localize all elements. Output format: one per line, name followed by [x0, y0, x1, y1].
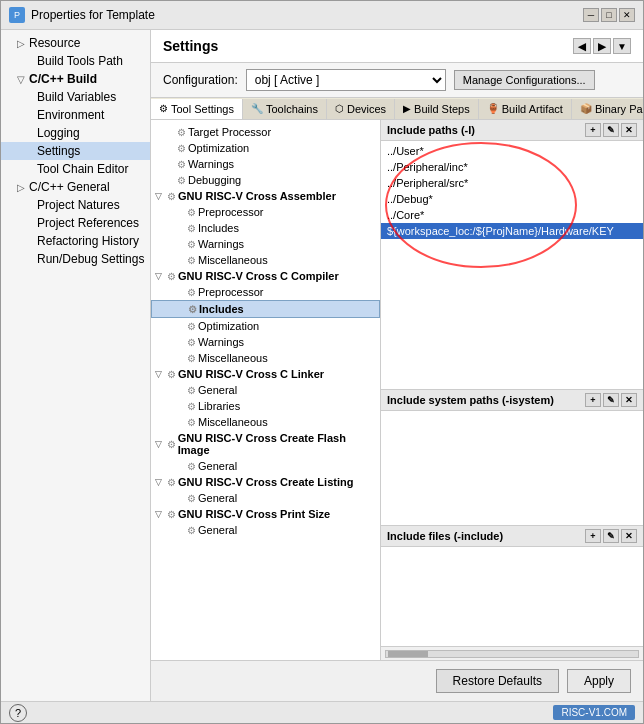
list-item[interactable]: ../Peripheral/inc* — [381, 159, 643, 175]
sidebar-item-build-vars[interactable]: Build Variables — [1, 88, 150, 106]
include-paths-section: Include paths (-I) + ✎ ✕ ../User* ../Per… — [381, 120, 643, 390]
tree-label-asm-misc: Miscellaneous — [198, 254, 268, 266]
tree-label-asm-warnings: Warnings — [198, 238, 244, 250]
nav-down-btn[interactable]: ▼ — [613, 38, 631, 54]
gear-icon: ⚙ — [187, 223, 196, 234]
sidebar-item-logging[interactable]: Logging — [1, 124, 150, 142]
list-item[interactable]: ../Peripheral/src* — [381, 175, 643, 191]
title-bar-left: P Properties for Template — [9, 7, 155, 23]
sidebar-item-settings[interactable]: Settings — [1, 142, 150, 160]
list-item[interactable]: ../User* — [381, 143, 643, 159]
tree-label-c-misc: Miscellaneous — [198, 352, 268, 364]
tree-item-asm-preprocessor[interactable]: ⚙ Preprocessor — [151, 204, 380, 220]
window-title: Properties for Template — [31, 8, 155, 22]
tab-binary-pa[interactable]: 📦 Binary Pa — [572, 99, 643, 119]
tree-item-target-processor[interactable]: ⚙ Target Processor — [151, 124, 380, 140]
gear-icon: ⚙ — [187, 417, 196, 428]
nav-fwd-btn[interactable]: ▶ — [593, 38, 611, 54]
bottom-scrollbar[interactable] — [381, 646, 643, 660]
tab-tool-settings[interactable]: ⚙ Tool Settings — [151, 99, 243, 120]
apply-btn[interactable]: Apply — [567, 669, 631, 693]
sidebar-item-project-refs[interactable]: Project References — [1, 214, 150, 232]
files-add-btn[interactable]: + — [585, 529, 601, 543]
tree-item-gnu-risc-c-compiler[interactable]: ▽ ⚙ GNU RISC-V Cross C Compiler — [151, 268, 380, 284]
list-item[interactable]: ../Debug* — [381, 191, 643, 207]
tree-item-linker-libs[interactable]: ⚙ Libraries — [151, 398, 380, 414]
sidebar-item-resource[interactable]: ▷ Resource — [1, 34, 150, 52]
tree-item-optimization[interactable]: ⚙ Optimization — [151, 140, 380, 156]
build-artifact-icon: 🏺 — [487, 103, 499, 114]
sidebar-item-cpp-build[interactable]: ▽ C/C++ Build — [1, 70, 150, 88]
sidebar-item-refactoring[interactable]: Refactoring History — [1, 232, 150, 250]
tree-item-linker-general[interactable]: ⚙ General — [151, 382, 380, 398]
tree-item-c-preprocessor[interactable]: ⚙ Preprocessor — [151, 284, 380, 300]
sidebar-item-environment[interactable]: Environment — [1, 106, 150, 124]
tree-label-c-preprocessor: Preprocessor — [198, 286, 263, 298]
gear-icon: ⚙ — [187, 207, 196, 218]
content-area: Settings ◀ ▶ ▼ Configuration: obj [ Acti… — [151, 30, 643, 701]
scrollbar-thumb — [388, 651, 428, 657]
files-edit-btn[interactable]: ✎ — [603, 529, 619, 543]
close-btn[interactable]: ✕ — [619, 8, 635, 22]
files-delete-btn[interactable]: ✕ — [621, 529, 637, 543]
config-select[interactable]: obj [ Active ] — [246, 69, 446, 91]
expand-icon-cpp: ▽ — [17, 74, 27, 85]
tree-item-gnu-risc-listing[interactable]: ▽ ⚙ GNU RISC-V Cross Create Listing — [151, 474, 380, 490]
tab-build-artifact[interactable]: 🏺 Build Artifact — [479, 99, 572, 119]
sidebar-item-toolchain-editor[interactable]: Tool Chain Editor — [1, 160, 150, 178]
tree-item-c-warnings[interactable]: ⚙ Warnings — [151, 334, 380, 350]
gear-icon: ⚙ — [188, 304, 197, 315]
tree-label-gnu-risc-print: GNU RISC-V Cross Print Size — [178, 508, 330, 520]
sidebar-item-run-debug[interactable]: Run/Debug Settings — [1, 250, 150, 268]
tree-item-asm-misc[interactable]: ⚙ Miscellaneous — [151, 252, 380, 268]
tree-item-warnings[interactable]: ⚙ Warnings — [151, 156, 380, 172]
sidebar-item-project-natures[interactable]: Project Natures — [1, 196, 150, 214]
include-edit-btn[interactable]: ✎ — [603, 123, 619, 137]
settings-header: Settings ◀ ▶ ▼ — [151, 30, 643, 63]
tree-label-c-includes: Includes — [199, 303, 244, 315]
nav-back-btn[interactable]: ◀ — [573, 38, 591, 54]
include-add-btn[interactable]: + — [585, 123, 601, 137]
include-delete-btn[interactable]: ✕ — [621, 123, 637, 137]
list-item[interactable]: ../Core* — [381, 207, 643, 223]
system-edit-btn[interactable]: ✎ — [603, 393, 619, 407]
tab-build-steps[interactable]: ▶ Build Steps — [395, 99, 479, 119]
tree-item-print-general[interactable]: ⚙ General — [151, 522, 380, 538]
status-bar: ? RISC-V1.COM — [1, 701, 643, 723]
tree-item-gnu-risc-linker[interactable]: ▽ ⚙ GNU RISC-V Cross C Linker — [151, 366, 380, 382]
include-paths-icons: + ✎ ✕ — [585, 123, 637, 137]
bottom-bar: Restore Defaults Apply — [151, 660, 643, 701]
system-add-btn[interactable]: + — [585, 393, 601, 407]
manage-configurations-btn[interactable]: Manage Configurations... — [454, 70, 595, 90]
tree-item-gnu-risc-flash[interactable]: ▽ ⚙ GNU RISC-V Cross Create Flash Image — [151, 430, 380, 458]
tree-item-flash-general[interactable]: ⚙ General — [151, 458, 380, 474]
tree-item-asm-includes[interactable]: ⚙ Includes — [151, 220, 380, 236]
include-paths-list: ../User* ../Peripheral/inc* ../Periphera… — [381, 141, 643, 389]
scrollbar-track — [385, 650, 639, 658]
sidebar-item-cpp-general[interactable]: ▷ C/C++ General — [1, 178, 150, 196]
maximize-btn[interactable]: □ — [601, 8, 617, 22]
tree-item-asm-warnings[interactable]: ⚙ Warnings — [151, 236, 380, 252]
binary-pa-icon: 📦 — [580, 103, 592, 114]
gear-icon: ⚙ — [187, 321, 196, 332]
tree-label-gnu-risc-c-compiler: GNU RISC-V Cross C Compiler — [178, 270, 339, 282]
tree-item-c-optimization[interactable]: ⚙ Optimization — [151, 318, 380, 334]
tree-expand-c-compiler: ▽ — [155, 271, 165, 281]
include-system-section: Include system paths (-isystem) + ✎ ✕ — [381, 390, 643, 526]
tree-item-linker-misc[interactable]: ⚙ Miscellaneous — [151, 414, 380, 430]
tree-item-c-includes[interactable]: ⚙ Includes — [151, 300, 380, 318]
tab-toolchains[interactable]: 🔧 Toolchains — [243, 99, 327, 119]
restore-defaults-btn[interactable]: Restore Defaults — [436, 669, 559, 693]
tab-build-artifact-label: Build Artifact — [502, 103, 563, 115]
help-icon[interactable]: ? — [9, 704, 27, 722]
tree-item-gnu-risc-assembler[interactable]: ▽ ⚙ GNU RISC-V Cross Assembler — [151, 188, 380, 204]
minimize-btn[interactable]: ─ — [583, 8, 599, 22]
list-item-highlighted[interactable]: ${workspace_loc:/${ProjName}/Hardware/KE… — [381, 223, 643, 239]
tree-item-c-misc[interactable]: ⚙ Miscellaneous — [151, 350, 380, 366]
sidebar-item-build-tools-path[interactable]: Build Tools Path — [1, 52, 150, 70]
tree-item-gnu-risc-print[interactable]: ▽ ⚙ GNU RISC-V Cross Print Size — [151, 506, 380, 522]
tree-item-listing-general[interactable]: ⚙ General — [151, 490, 380, 506]
tab-devices[interactable]: ⬡ Devices — [327, 99, 395, 119]
system-delete-btn[interactable]: ✕ — [621, 393, 637, 407]
tree-item-debugging[interactable]: ⚙ Debugging — [151, 172, 380, 188]
